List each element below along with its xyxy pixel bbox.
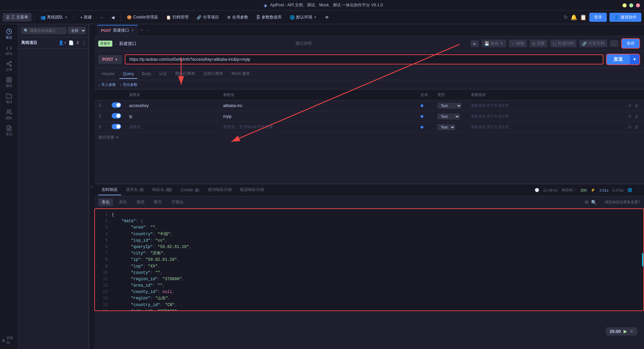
menu-default-env[interactable]: 🌐 默认环境 ▼	[286, 13, 320, 21]
resp-body-tab-visualize[interactable]: 可视化	[168, 198, 187, 206]
sidebar-item-apis[interactable]: APIs	[2, 43, 16, 58]
copy-icon[interactable]: ⧉	[585, 199, 588, 205]
menu-back[interactable]: ◀	[108, 14, 118, 21]
row-toggle[interactable]	[112, 102, 121, 108]
backup-button[interactable]: 💾 备份 ▼	[482, 40, 506, 47]
row-delete-icon[interactable]: 🗑	[635, 103, 639, 108]
menu-new[interactable]: + 新建	[77, 13, 95, 21]
share-icon: 🔗	[197, 15, 202, 20]
tab-auth[interactable]: 认证	[156, 69, 170, 79]
search-resp-icon[interactable]: 🔍	[591, 200, 597, 205]
add-member-icon[interactable]: 👤+	[58, 40, 66, 45]
project-title-row: 离线项目 👤+ 📄 ⬇ ⋮	[18, 37, 89, 49]
row-toggle[interactable]	[112, 124, 121, 129]
more-actions-button[interactable]: ...	[610, 40, 619, 47]
recycle-bin[interactable]: 🗑 回收站	[0, 334, 18, 346]
th-actions	[624, 90, 644, 100]
panel-more-icon[interactable]: ⋮	[82, 40, 86, 45]
resp-tab-error-example[interactable]: 错误响应示例	[236, 185, 267, 195]
status-badge[interactable]: 开发中	[98, 41, 112, 47]
validate-button[interactable]: ✓ 校验	[509, 40, 527, 47]
download-icon[interactable]: ⬇	[76, 40, 79, 45]
type-select[interactable]: TextInteger	[437, 113, 460, 119]
invite-button[interactable]: 👤 邀请协作	[609, 13, 641, 22]
export-params-button[interactable]: ↑ 导出参数	[120, 82, 138, 87]
menu-share-project[interactable]: 🔗 分享项目	[193, 13, 222, 21]
menu-data-source[interactable]: 🗄 参数数据库	[253, 13, 285, 21]
resp-body-tab-raw[interactable]: 原生	[116, 198, 130, 206]
resp-tab-resp-headers[interactable]: 响应头 17	[149, 185, 176, 195]
menu-toggle[interactable]: ☰ 三 主菜单 三 主菜单	[3, 13, 32, 21]
import-params-button[interactable]: ↓ 导入参数	[98, 82, 116, 87]
tab-new-interface[interactable]: POST 新建接口 ✕	[97, 25, 138, 35]
resp-body-tab-preview[interactable]: 预览	[133, 198, 148, 206]
send-dropdown-button[interactable]: ▼	[630, 54, 639, 64]
resp-body-tab-beautify[interactable]: 美化	[98, 198, 113, 206]
login-button[interactable]: 登录	[589, 13, 607, 22]
row-toggle[interactable]	[112, 113, 121, 118]
resp-tab-success-example[interactable]: 成功响应示例	[204, 185, 235, 195]
url-input[interactable]	[125, 54, 604, 64]
bell-icon[interactable]: 🔔	[571, 14, 577, 20]
tab-more-button[interactable]: ···	[146, 27, 152, 34]
resp-body-tab-assert[interactable]: 断言	[151, 198, 165, 206]
resp-tab-req-headers[interactable]: 请求头 7	[122, 185, 148, 195]
sidebar-item-team[interactable]: 团队	[2, 107, 16, 122]
type-select[interactable]: Text	[437, 124, 455, 130]
menu-team[interactable]: 👥 离线团队 ▼	[37, 13, 71, 21]
tab-query[interactable]: Query	[119, 69, 137, 79]
save-button[interactable]: 保存	[621, 38, 640, 49]
sidebar-item-project[interactable]: 项目	[2, 91, 16, 106]
sidebar-item-share[interactable]: 分享	[2, 59, 16, 74]
tab-add-button[interactable]: ＋	[139, 26, 145, 34]
resp-tab-realtime[interactable]: 实时响应	[98, 185, 121, 195]
close-button[interactable]	[636, 3, 640, 7]
row-delete-icon[interactable]: 🗑	[635, 114, 639, 119]
resp-more-icon[interactable]: ⋮	[636, 188, 640, 192]
run-button[interactable]: ▶	[471, 40, 479, 47]
row-settings-icon[interactable]: ⚙	[628, 125, 632, 130]
row-delete-icon[interactable]: 🗑	[635, 125, 639, 130]
global-params-icon: ⚙	[227, 15, 231, 20]
path-variable-section[interactable]: 路径变量 ▼	[94, 133, 644, 142]
menu-cookie[interactable]: 🍪 Cookie管理器	[123, 13, 161, 21]
tab-close-icon[interactable]: ✕	[131, 29, 134, 32]
svg-point-10	[7, 110, 9, 112]
search-magnifier-icon: 🔍	[24, 29, 29, 33]
collapse-panel-button[interactable]: ‹	[89, 24, 94, 349]
share-doc-icon: 🔗	[582, 41, 587, 46]
tab-post-script[interactable]: 后执行脚本	[200, 69, 227, 79]
sidebar-item-recent[interactable]: 最近	[2, 27, 16, 42]
tab-mock[interactable]: Mock 服务	[228, 69, 254, 79]
timer-play-button[interactable]: ▶	[624, 329, 627, 334]
generate-code-button[interactable]: { } 生成代码	[550, 40, 577, 47]
clone-button[interactable]: ⧉ 克隆	[530, 40, 547, 47]
menu-global-params[interactable]: ⚙ 全局参数	[224, 13, 252, 21]
menu-more[interactable]: ···	[97, 14, 107, 21]
filter-select[interactable]: 全部	[68, 27, 86, 34]
tab-pre-script[interactable]: 预执行脚本	[172, 69, 199, 79]
method-select[interactable]: POST ▼	[98, 55, 122, 64]
new-file-icon[interactable]: 📄	[68, 40, 74, 45]
tab-header[interactable]: Header	[98, 69, 118, 79]
row-actions-cell: ⚙ 🗑	[624, 122, 644, 133]
tab-body[interactable]: Body	[139, 69, 154, 79]
search-input[interactable]	[30, 29, 64, 33]
refresh-icon[interactable]: ↻	[564, 14, 568, 20]
sidebar-item-notes[interactable]: 笔记	[2, 123, 16, 138]
clipboard-icon[interactable]: 📋	[580, 14, 587, 20]
bind-result-label[interactable]: 绑定响应结果集变量?	[605, 200, 640, 205]
menu-view[interactable]: 👁	[322, 14, 332, 21]
maximize-button[interactable]	[629, 3, 633, 7]
sidebar-item-test[interactable]: 测试	[2, 75, 16, 90]
resp-tab-cookie[interactable]: Cookie 1	[177, 186, 203, 195]
timer-close-button[interactable]: ✕	[630, 329, 633, 334]
menu-scan[interactable]: 📋 扫档管理	[163, 13, 192, 21]
minimize-button[interactable]	[623, 3, 627, 7]
row-settings-icon[interactable]: ⚙	[628, 114, 632, 119]
search-box[interactable]: 🔍	[21, 27, 66, 34]
send-button[interactable]: 发送	[607, 54, 630, 64]
type-select[interactable]: TextIntegerNumber	[437, 103, 462, 109]
row-settings-icon[interactable]: ⚙	[628, 103, 632, 108]
share-doc-button[interactable]: 🔗 分享文档	[579, 40, 607, 47]
